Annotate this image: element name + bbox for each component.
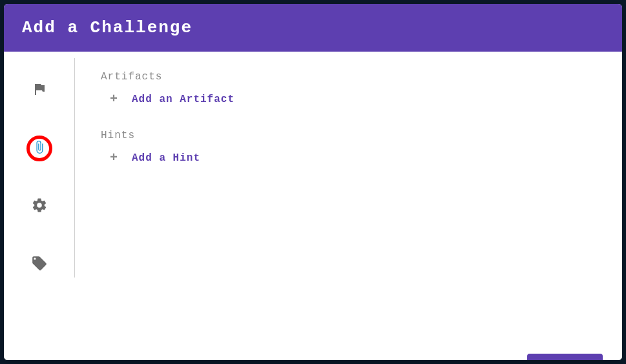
modal-title: Add a Challenge bbox=[22, 18, 193, 37]
side-tabs bbox=[4, 58, 75, 278]
tab-attachments[interactable] bbox=[26, 136, 52, 161]
tab-settings[interactable] bbox=[26, 194, 52, 219]
add-hint-label: Add a Hint bbox=[132, 152, 200, 164]
confirm-button[interactable]: CONFIRM bbox=[527, 354, 603, 360]
tag-icon bbox=[31, 255, 48, 275]
tab-tags[interactable] bbox=[26, 252, 52, 278]
attachment-icon bbox=[32, 140, 47, 157]
artifacts-label: Artifacts bbox=[101, 71, 596, 83]
modal-header: Add a Challenge bbox=[4, 4, 622, 52]
modal-body: Artifacts + Add an Artifact Hints + Add … bbox=[4, 52, 622, 342]
modal-footer: CANCEL CONFIRM bbox=[4, 342, 622, 360]
gear-icon bbox=[31, 197, 48, 217]
add-artifact-label: Add an Artifact bbox=[132, 94, 235, 105]
add-artifact-button[interactable]: + Add an Artifact bbox=[101, 92, 596, 106]
add-challenge-modal: Add a Challenge bbox=[4, 4, 622, 360]
flag-icon bbox=[32, 81, 47, 100]
plus-icon: + bbox=[107, 92, 120, 106]
hints-label: Hints bbox=[101, 130, 596, 141]
content-area: Artifacts + Add an Artifact Hints + Add … bbox=[75, 52, 622, 342]
tab-flag[interactable] bbox=[26, 77, 52, 103]
plus-icon: + bbox=[107, 150, 120, 165]
cancel-button[interactable]: CANCEL bbox=[447, 354, 516, 360]
add-hint-button[interactable]: + Add a Hint bbox=[101, 150, 596, 165]
